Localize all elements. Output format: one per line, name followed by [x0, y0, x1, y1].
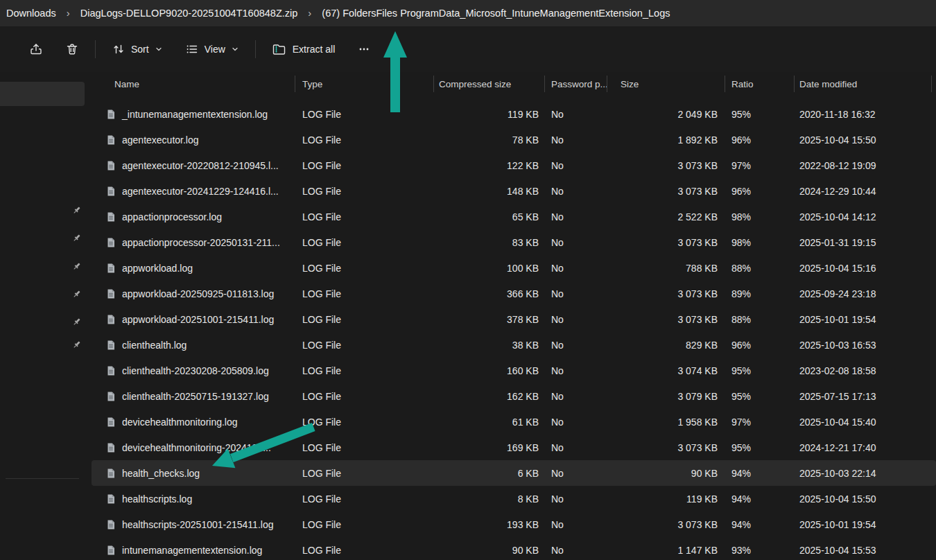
extract-all-icon — [272, 42, 287, 56]
file-compressed-size: 122 KB — [433, 160, 544, 171]
file-row[interactable]: healthscripts.log LOG File 8 KB No 119 K… — [92, 486, 936, 511]
file-ratio: 96% — [725, 340, 794, 351]
file-name: appactionprocessor-20250131-211... — [122, 237, 280, 248]
file-compressed-size: 366 KB — [433, 288, 544, 299]
file-row[interactable]: devicehealthmonitoring.log LOG File 61 K… — [92, 409, 936, 435]
file-row[interactable]: appworkload-20250925-011813.log LOG File… — [92, 281, 936, 306]
file-row[interactable]: clienthealth-20230208-205809.log LOG Fil… — [92, 358, 936, 383]
file-name: devicehealthmonitoring-2024122... — [122, 442, 271, 453]
log-file-icon — [105, 263, 116, 274]
file-date-modified: 2022-08-12 19:09 — [794, 160, 936, 171]
file-date-modified: 2025-10-04 15:16 — [794, 263, 936, 274]
file-date-modified: 2025-01-31 19:15 — [794, 237, 936, 248]
file-size: 90 KB — [607, 468, 725, 479]
breadcrumb-chevron-icon: › — [62, 7, 74, 20]
log-file-icon — [105, 109, 116, 120]
file-size: 2 522 KB — [607, 211, 725, 222]
log-file-icon — [105, 493, 116, 505]
sort-button[interactable]: Sort — [105, 36, 170, 62]
view-icon — [185, 42, 199, 56]
breadcrumb-item[interactable]: Downloads — [0, 5, 62, 21]
file-name: clienthealth.log — [122, 340, 187, 351]
file-size: 3 073 KB — [607, 186, 725, 197]
file-row[interactable]: _intunemanagementextension.log LOG File … — [92, 101, 936, 127]
file-name-cell: healthscripts.log — [92, 493, 295, 505]
toolbar-divider — [255, 40, 256, 58]
column-header-type[interactable]: Type — [295, 79, 433, 89]
see-more-icon — [357, 42, 371, 56]
view-button[interactable]: View — [178, 36, 246, 62]
file-name-cell: appworkload-20250925-011813.log — [92, 288, 295, 299]
file-type: LOG File — [295, 314, 433, 325]
log-file-icon — [105, 391, 116, 402]
sidebar — [0, 72, 92, 560]
file-name-cell: clienthealth-20230208-205809.log — [92, 365, 295, 376]
share-button[interactable] — [22, 36, 50, 62]
file-type: LOG File — [295, 263, 433, 274]
file-row[interactable]: health_checks.log LOG File 6 KB No 90 KB… — [92, 460, 936, 486]
see-more-button[interactable] — [350, 36, 378, 62]
file-ratio: 97% — [725, 417, 794, 428]
file-ratio: 97% — [725, 160, 794, 171]
column-header-modified[interactable]: Date modified — [794, 79, 936, 89]
file-password-protected: No — [544, 391, 607, 402]
log-file-icon — [105, 340, 116, 351]
file-row[interactable]: appworkload-20251001-215411.log LOG File… — [92, 306, 936, 332]
file-type: LOG File — [295, 391, 433, 402]
file-row[interactable]: appworkload.log LOG File 100 KB No 788 K… — [92, 255, 936, 281]
file-type: LOG File — [295, 186, 433, 197]
column-header-size[interactable]: Size — [607, 79, 725, 89]
breadcrumb-item[interactable]: (67) FoldersFiles ProgramData_Microsoft_… — [315, 5, 676, 21]
file-name-cell: agentexecutor-20220812-210945.l... — [92, 160, 295, 171]
column-header-ratio[interactable]: Ratio — [725, 79, 794, 89]
file-ratio: 93% — [725, 545, 794, 556]
file-row[interactable]: clienthealth.log LOG File 38 KB No 829 K… — [92, 332, 936, 358]
log-file-icon — [105, 134, 116, 146]
file-name-cell: appactionprocessor.log — [92, 211, 295, 222]
file-row[interactable]: clienthealth-20250715-191327.log LOG Fil… — [92, 383, 936, 409]
file-size: 3 073 KB — [607, 519, 725, 530]
file-size: 3 073 KB — [607, 160, 725, 171]
extract-all-button[interactable]: Extract all — [265, 36, 342, 62]
delete-button[interactable] — [58, 36, 86, 62]
file-date-modified: 2024-12-21 17:40 — [794, 442, 936, 453]
file-row[interactable]: agentexecutor.log LOG File 78 KB No 1 89… — [92, 127, 936, 152]
sidebar-selected-item[interactable] — [0, 82, 85, 106]
log-file-icon — [105, 365, 116, 376]
file-compressed-size: 148 KB — [433, 186, 544, 197]
column-header-compressed[interactable]: Compressed size — [433, 79, 544, 89]
file-ratio: 94% — [725, 519, 794, 530]
file-password-protected: No — [544, 186, 607, 197]
file-row[interactable]: healthscripts-20251001-215411.log LOG Fi… — [92, 511, 936, 537]
file-row[interactable]: appactionprocessor-20250131-211... LOG F… — [92, 229, 936, 255]
column-header-row: NameTypeCompressed sizePassword p...Size… — [92, 72, 936, 96]
file-date-modified: 2025-10-03 22:14 — [794, 468, 936, 479]
file-type: LOG File — [295, 365, 433, 376]
file-size: 829 KB — [607, 340, 725, 351]
file-ratio: 95% — [725, 109, 794, 120]
file-date-modified: 2025-10-01 19:54 — [794, 314, 936, 325]
file-date-modified: 2025-10-01 19:54 — [794, 519, 936, 530]
file-size: 2 049 KB — [607, 109, 725, 120]
file-row[interactable]: devicehealthmonitoring-2024122... LOG Fi… — [92, 435, 936, 460]
file-name: agentexecutor-20241229-124416.l... — [122, 186, 279, 197]
file-password-protected: No — [544, 365, 607, 376]
column-divider — [544, 76, 545, 92]
file-compressed-size: 83 KB — [433, 237, 544, 248]
file-list: _intunemanagementextension.log LOG File … — [92, 101, 936, 560]
file-name: agentexecutor.log — [122, 134, 199, 146]
column-header-password[interactable]: Password p... — [544, 79, 607, 89]
file-row[interactable]: agentexecutor-20241229-124416.l... LOG F… — [92, 178, 936, 204]
file-row[interactable]: intunemanagementextension.log LOG File 9… — [92, 537, 936, 560]
sort-icon — [112, 42, 125, 56]
file-size: 3 079 KB — [607, 391, 725, 402]
file-type: LOG File — [295, 442, 433, 453]
file-date-modified: 2023-02-08 18:58 — [794, 365, 936, 376]
breadcrumb-item[interactable]: DiagLogs-DELLOP9020-20251004T160848Z.zip — [74, 5, 304, 21]
log-file-icon — [105, 545, 116, 556]
file-row[interactable]: agentexecutor-20220812-210945.l... LOG F… — [92, 152, 936, 178]
file-compressed-size: 119 KB — [433, 109, 544, 120]
file-type: LOG File — [295, 545, 433, 556]
file-row[interactable]: appactionprocessor.log LOG File 65 KB No… — [92, 204, 936, 229]
column-header-name[interactable]: Name — [92, 79, 295, 89]
